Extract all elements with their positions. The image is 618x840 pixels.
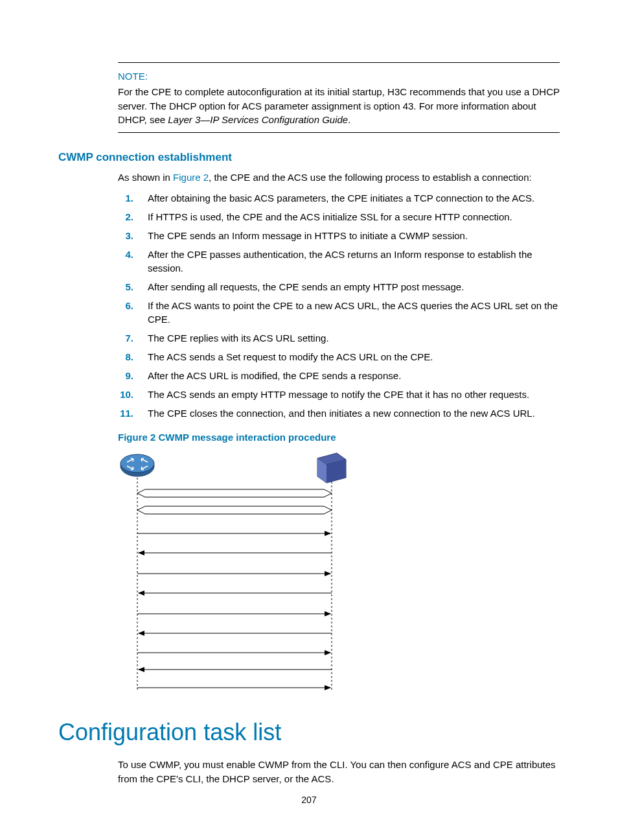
- svg-point-1: [120, 454, 154, 472]
- section-heading: CWMP connection establishment: [58, 151, 560, 164]
- step-text: The CPE sends an Inform message in HTTPS…: [148, 229, 560, 242]
- step-item: 10.The ACS sends an empty HTTP message t…: [117, 388, 560, 401]
- step-text: After obtaining the basic ACS parameters…: [148, 191, 560, 205]
- step-text: After the CPE passes authentication, the…: [148, 248, 560, 275]
- intro-before: As shown in: [118, 172, 173, 183]
- step-text: After the ACS URL is modified, the CPE s…: [148, 369, 560, 382]
- step-item: 2.If HTTPS is used, the CPE and the ACS …: [117, 210, 560, 224]
- h1-heading: Configuration task list: [58, 719, 560, 746]
- steps-list: 1.After obtaining the basic ACS paramete…: [117, 191, 560, 420]
- step-number: 8.: [117, 350, 133, 364]
- step-number: 2.: [117, 210, 133, 224]
- step-item: 5.After sending all requests, the CPE se…: [117, 280, 560, 294]
- step-text: If the ACS wants to point the CPE to a n…: [148, 299, 560, 326]
- step-number: 1.: [117, 191, 133, 205]
- figure-2-diagram: [118, 449, 351, 695]
- step-number: 3.: [117, 229, 133, 242]
- cpe-icon: [120, 454, 154, 476]
- step-item: 4.After the CPE passes authentication, t…: [117, 248, 560, 275]
- figure-2-link[interactable]: Figure 2: [173, 172, 209, 183]
- step-number: 7.: [117, 331, 133, 345]
- step-text: The CPE closes the connection, and then …: [148, 406, 560, 420]
- step-text: After sending all requests, the CPE send…: [148, 280, 560, 294]
- page: NOTE: For the CPE to complete autoconfig…: [0, 0, 618, 840]
- step-number: 6.: [117, 299, 133, 312]
- acs-icon: [317, 453, 346, 483]
- sequence-diagram-svg: [118, 449, 351, 695]
- intro-paragraph: As shown in Figure 2, the CPE and the AC…: [118, 170, 560, 185]
- step-text: The ACS sends a Set request to modify th…: [148, 350, 560, 364]
- note-text: For the CPE to complete autoconfiguratio…: [118, 86, 560, 126]
- step-item: 3.The CPE sends an Inform message in HTT…: [117, 229, 560, 242]
- figure-caption: Figure 2 CWMP message interaction proced…: [118, 432, 560, 443]
- step-number: 4.: [117, 248, 133, 261]
- step-text: If HTTPS is used, the CPE and the ACS in…: [148, 210, 560, 224]
- page-number: 207: [0, 795, 618, 805]
- h1-body: To use CWMP, you must enable CWMP from t…: [118, 758, 560, 786]
- note-box: NOTE: For the CPE to complete autoconfig…: [118, 62, 560, 133]
- step-item: 11.The CPE closes the connection, and th…: [117, 406, 560, 420]
- step-item: 9.After the ACS URL is modified, the CPE…: [117, 369, 560, 382]
- step-number: 10.: [117, 388, 133, 401]
- open-arrow-2: [137, 506, 332, 514]
- step-item: 1.After obtaining the basic ACS paramete…: [117, 191, 560, 205]
- note-label: NOTE:: [118, 69, 560, 84]
- step-text: The CPE replies with its ACS URL setting…: [148, 331, 560, 345]
- note-tail: .: [348, 114, 350, 125]
- step-item: 6.If the ACS wants to point the CPE to a…: [117, 299, 560, 326]
- step-number: 5.: [117, 280, 133, 294]
- step-item: 7.The CPE replies with its ACS URL setti…: [117, 331, 560, 345]
- step-item: 8.The ACS sends a Set request to modify …: [117, 350, 560, 364]
- open-arrow-1: [137, 489, 332, 497]
- intro-after: , the CPE and the ACS use the following …: [209, 172, 532, 183]
- step-number: 9.: [117, 369, 133, 382]
- step-number: 11.: [117, 406, 133, 420]
- note-reference: Layer 3—IP Services Configuration Guide: [168, 114, 348, 125]
- step-text: The ACS sends an empty HTTP message to n…: [148, 388, 560, 401]
